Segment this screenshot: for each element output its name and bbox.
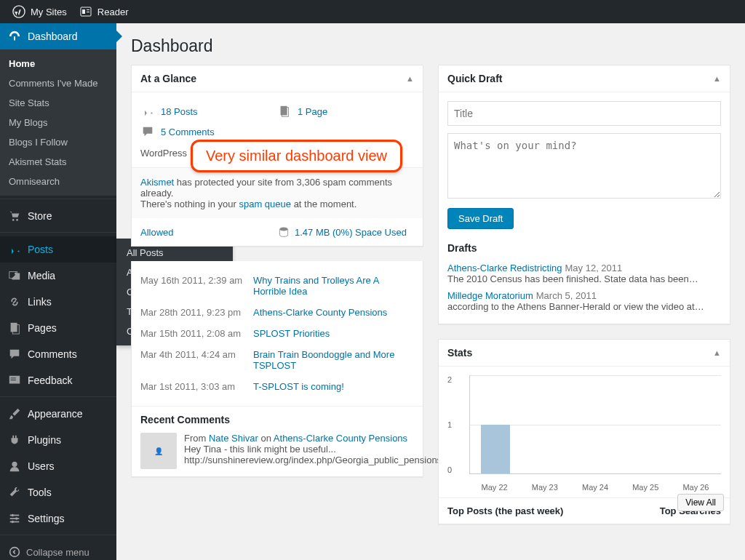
subnav-akismet-stats[interactable]: Akismet Stats	[0, 152, 116, 172]
subnav-blogs-follow[interactable]: Blogs I Follow	[0, 132, 116, 152]
stats-bar	[481, 425, 510, 474]
sidebar-item-appearance[interactable]: Appearance	[0, 401, 116, 427]
draft-item: Athens-Clarke RedistrictingMay 12, 2011 …	[447, 260, 721, 287]
stats-box: Stats ▲ 2 1 0 May 22	[438, 339, 730, 524]
subnav-my-blogs[interactable]: My Blogs	[0, 113, 116, 132]
disk-icon	[277, 225, 290, 239]
sidebar-media-label: Media	[28, 270, 55, 281]
page-icon	[277, 104, 292, 119]
svg-rect-9	[11, 323, 17, 332]
subnav-omnisearch[interactable]: Omnisearch	[0, 172, 116, 191]
wrench-icon	[7, 485, 22, 500]
sidebar-item-media[interactable]: Media	[0, 263, 116, 289]
glance-comments-link[interactable]: 5 Comments	[161, 127, 215, 137]
stats-chart: 2 1 0 May 22 May 23 May 24 May 25	[439, 367, 730, 497]
draft-link[interactable]: Athens-Clarke Redistricting	[447, 263, 562, 273]
stats-footer: Top Posts (the past week) Top Searches V…	[439, 497, 730, 524]
svg-point-21	[10, 548, 20, 557]
topbar-wordpress[interactable]: My Sites	[6, 0, 73, 23]
glance-posts-link[interactable]: 18 Posts	[161, 106, 198, 117]
stats-plot-area	[469, 375, 721, 474]
svg-point-24	[279, 228, 287, 231]
quick-draft-box: Quick Draft ▲ Save Draft Drafts Athens-C…	[438, 65, 730, 324]
svg-rect-3	[87, 9, 89, 10]
collapse-icon	[7, 545, 22, 559]
akismet-note: Akismet has protected your site from 3,3…	[132, 167, 423, 218]
sidebar-item-tools[interactable]: Tools	[0, 479, 116, 505]
pin-icon	[7, 242, 22, 257]
glance-posts[interactable]: 18 Posts	[140, 101, 277, 121]
sidebar-item-store[interactable]: Store	[0, 203, 116, 229]
user-icon	[7, 459, 22, 473]
top-posts-label: Top Posts (the past week)	[447, 505, 563, 516]
sidebar-comments-label: Comments	[28, 348, 77, 360]
subnav-comments-made[interactable]: Comments I've Made	[0, 73, 116, 93]
glance-pages[interactable]: 1 Page	[277, 101, 414, 121]
svg-rect-12	[11, 377, 16, 378]
comment-from: From	[184, 433, 209, 444]
storage-used[interactable]: 1.47 MB (0%) Space Used	[277, 225, 414, 239]
toggle-icon[interactable]: ▲	[713, 348, 721, 357]
subnav-site-stats[interactable]: Site Stats	[0, 93, 116, 113]
glance-pages-link[interactable]: 1 Page	[298, 106, 327, 117]
activity-item: May 16th 2011, 2:39 amWhy Trains and Tro…	[140, 270, 414, 302]
sidebar-dashboard-subnav: Home Comments I've Made Site Stats My Bl…	[0, 49, 116, 196]
activity-item: Mar 28th 2011, 9:23 pmAthens-Clarke Coun…	[140, 302, 414, 323]
left-column: At a Glance ▲ 18 Posts 1 Page	[131, 65, 423, 539]
comment-icon	[140, 124, 155, 139]
svg-point-14	[12, 462, 17, 467]
activity-link[interactable]: Brain Train Boondoggle and More TSPLOST	[253, 349, 414, 371]
svg-point-19	[15, 517, 18, 520]
link-icon	[7, 295, 22, 309]
draft-content-input[interactable]	[447, 133, 721, 199]
sidebar-item-posts[interactable]: Posts	[0, 236, 116, 263]
sidebar-item-feedback[interactable]: Feedback	[0, 367, 116, 393]
activity-link[interactable]: SPLOST Priorities	[253, 328, 330, 339]
sidebar-item-plugins[interactable]: Plugins	[0, 427, 116, 453]
storage-allowed[interactable]: Allowed	[140, 227, 277, 238]
svg-point-6	[16, 219, 18, 221]
akismet-link[interactable]: Akismet	[140, 177, 174, 188]
main-content: Dashboard At a Glance ▲ 18 Posts	[116, 23, 745, 560]
activity-item: Mar 1st 2011, 3:03 amT-SPLOST is coming!	[140, 376, 414, 397]
right-column: Quick Draft ▲ Save Draft Drafts Athens-C…	[438, 65, 730, 539]
draft-item: Milledge MoratoriumMarch 5, 2011 accordi…	[447, 287, 721, 315]
comment-item: 👤 From Nate Shivar on Athens-Clarke Coun…	[132, 425, 423, 476]
sidebar-item-comments[interactable]: Comments	[0, 341, 116, 367]
activity-link[interactable]: Athens-Clarke County Pensions	[253, 307, 387, 318]
sidebar-item-dashboard[interactable]: Dashboard	[0, 23, 116, 49]
sliders-icon	[7, 511, 22, 526]
comment-author-link[interactable]: Nate Shivar	[209, 433, 258, 444]
plugin-icon	[7, 433, 22, 447]
page-title: Dashboard	[131, 23, 730, 65]
sidebar-item-users[interactable]: Users	[0, 453, 116, 479]
recent-comments-heading: Recent Comments	[132, 406, 423, 425]
topbar-reader[interactable]: Reader	[73, 0, 135, 23]
save-draft-button[interactable]: Save Draft	[447, 208, 514, 229]
draft-link[interactable]: Milledge Moratorium	[447, 290, 533, 301]
comment-text: Hey Tina - this link might be useful... …	[184, 444, 442, 465]
activity-box: May 16th 2011, 2:39 amWhy Trains and Tro…	[131, 261, 423, 477]
view-all-button[interactable]: View All	[677, 494, 724, 511]
activity-link[interactable]: T-SPLOST is coming!	[253, 381, 344, 392]
spam-queue-link[interactable]: spam queue	[239, 199, 291, 209]
activity-link[interactable]: Why Trains and Trolleys Are A Horrible I…	[253, 275, 414, 297]
stats-x-axis: May 22 May 23 May 24 May 25 May 26	[469, 483, 721, 492]
svg-point-20	[12, 521, 15, 524]
collapse-menu[interactable]: Collapse menu	[0, 539, 116, 560]
storage-used-label: 1.47 MB (0%) Space Used	[295, 227, 407, 238]
drafts-heading: Drafts	[447, 242, 721, 254]
sidebar-feedback-label: Feedback	[28, 375, 72, 386]
sidebar-item-settings[interactable]: Settings	[0, 505, 116, 532]
comment-post-link[interactable]: Athens-Clarke County Pensions	[274, 433, 407, 444]
sidebar-item-links[interactable]: Links	[0, 289, 116, 315]
cart-icon	[7, 209, 22, 223]
draft-date: May 12, 2011	[565, 263, 623, 273]
draft-title-input[interactable]	[447, 101, 721, 126]
feedback-icon	[7, 373, 22, 388]
toggle-icon[interactable]: ▲	[406, 74, 414, 83]
toggle-icon[interactable]: ▲	[713, 74, 721, 83]
sidebar-item-pages[interactable]: Pages	[0, 315, 116, 341]
glance-comments[interactable]: 5 Comments	[140, 121, 414, 142]
subnav-home[interactable]: Home	[0, 54, 116, 73]
